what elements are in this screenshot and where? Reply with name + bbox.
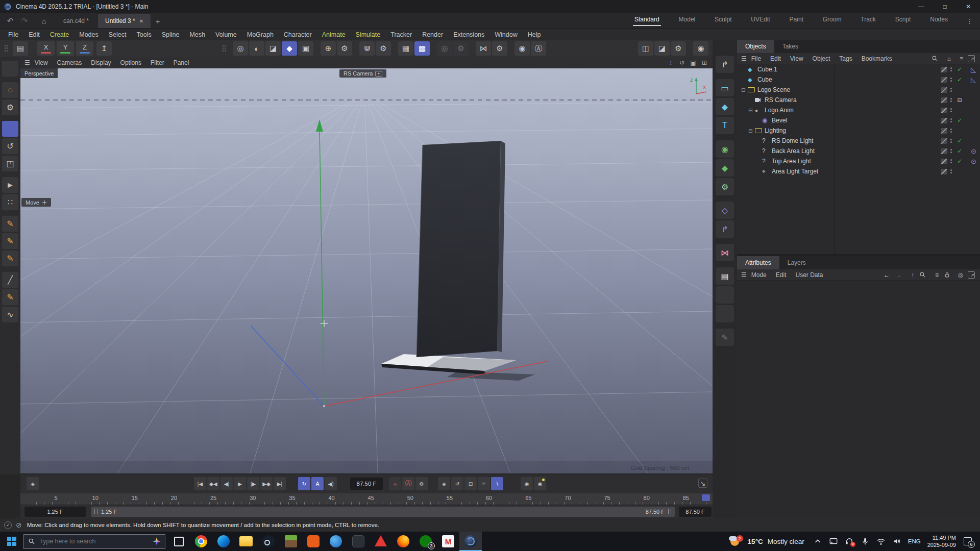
object-tree-row[interactable]: ? Top Area Light ✓ ⊙ — [737, 156, 980, 166]
microphone-icon[interactable] — [861, 537, 870, 546]
hamburger-icon[interactable]: ☰ — [741, 271, 747, 279]
object-tree-row[interactable]: ◆ Cube.1 ✓ ◺ — [737, 64, 980, 74]
menu-item[interactable]: Tracker — [385, 31, 417, 38]
objects-menu-item[interactable]: Bookmarks — [857, 55, 897, 62]
previous-frame-button[interactable]: ◀| — [220, 477, 233, 490]
tab-close-icon[interactable]: ✕ — [139, 18, 143, 24]
visibility-dots-icon[interactable] — [947, 78, 954, 82]
close-button[interactable]: ✕ — [957, 0, 980, 13]
object-name[interactable]: RS Camera — [765, 96, 797, 104]
visibility-dots-icon[interactable] — [947, 159, 954, 163]
modeling-settings-button[interactable]: ◎ — [437, 41, 452, 56]
stage-clapper-icon[interactable]: ▤ — [716, 267, 734, 285]
record-keyframe-button[interactable]: ◈ — [389, 477, 401, 490]
visibility-dots-icon[interactable] — [947, 67, 954, 71]
gmail-icon[interactable]: M — [437, 532, 459, 551]
commander-search-tool[interactable] — [2, 61, 18, 77]
key-pla-button[interactable]: ∖ — [491, 477, 503, 490]
tweak-tool[interactable]: ⚙ — [2, 99, 18, 115]
visibility-dots-icon[interactable] — [947, 129, 954, 133]
visibility-dots-icon[interactable] — [947, 88, 954, 92]
minecraft-icon[interactable] — [280, 532, 302, 551]
pan-view-icon[interactable] — [655, 59, 664, 67]
menu-item[interactable]: Edit — [23, 31, 45, 38]
edit-toggle-icon[interactable] — [941, 87, 947, 93]
hamburger-icon[interactable]: ☰ — [24, 59, 30, 66]
edit-toggle-icon[interactable] — [941, 97, 947, 103]
cube-primitive-icon[interactable]: ◆ — [716, 98, 734, 115]
magnet-snap-button[interactable]: ⋓ — [359, 41, 375, 56]
grid-button[interactable]: ▦ — [398, 41, 413, 56]
objects-menu-item[interactable]: Tags — [835, 55, 856, 62]
coordinate-system-button[interactable]: ↥ — [96, 41, 112, 56]
viewport-menu-item[interactable]: Options — [116, 59, 146, 66]
toggle-views-icon[interactable]: ⊞ — [700, 59, 708, 67]
object-name[interactable]: Cube.1 — [757, 66, 777, 73]
object-tag-icon[interactable]: ⊙ — [965, 158, 980, 165]
spline-arc-tool[interactable]: ✎ — [2, 289, 18, 305]
previous-key-button[interactable]: ◆◀ — [207, 477, 219, 490]
symmetry-button[interactable]: ⋈ — [476, 41, 491, 56]
polygon-pen-tool[interactable]: ✎ — [2, 251, 18, 266]
edge-mode-button[interactable]: ◐ — [249, 41, 264, 56]
render-view-button[interactable]: ◫ — [638, 41, 653, 56]
motion-camera-icon[interactable] — [716, 305, 734, 322]
enabled-check-icon[interactable]: ⊡ — [954, 97, 965, 104]
firefox-icon[interactable] — [392, 532, 414, 551]
document-tab[interactable]: can.c4d * — [56, 14, 96, 28]
search-icon[interactable] — [919, 271, 926, 279]
viewport-menu-item[interactable]: View — [30, 59, 53, 66]
home-icon[interactable]: ⌂ — [943, 55, 951, 62]
cinema4d-icon[interactable] — [459, 532, 482, 551]
objects-menu-item[interactable]: Edit — [766, 55, 786, 62]
key-position-button[interactable]: ◈ — [438, 477, 450, 490]
layout-tab[interactable]: Sculpt — [713, 15, 733, 26]
visibility-dots-icon[interactable] — [947, 149, 954, 153]
text-object-icon[interactable]: T — [716, 117, 734, 134]
range-grip[interactable] — [668, 509, 671, 514]
panel-tab[interactable]: Layers — [779, 256, 814, 269]
loop-playback-button[interactable]: ↻ — [298, 477, 310, 490]
edit-toggle-icon[interactable] — [941, 77, 947, 83]
object-tree-row[interactable]: ⊟ Lighting — [737, 126, 980, 136]
cloner-icon[interactable]: ◉ — [716, 140, 734, 158]
move-tool[interactable] — [2, 121, 18, 137]
layout-tab[interactable]: Track — [859, 15, 877, 26]
search-icon[interactable] — [931, 55, 939, 62]
filter-icon[interactable]: ≡ — [931, 271, 939, 279]
menu-item[interactable]: Simulate — [351, 31, 386, 38]
object-tree-row[interactable]: ◉ Bevel ✓ — [737, 115, 980, 126]
camera-toggle-icon[interactable]: ▸ — [375, 71, 382, 77]
camera-label[interactable]: RS Camera ▸ — [339, 69, 386, 78]
enabled-check-icon[interactable]: ✓ — [954, 147, 965, 155]
enabled-check-icon[interactable]: ✓ — [954, 76, 965, 83]
lock-icon[interactable] — [943, 271, 951, 279]
object-name[interactable]: Logo Scene — [757, 86, 790, 93]
object-tree-row[interactable]: ◆ Cube ✓ ◺ — [737, 74, 980, 85]
workplane-button[interactable]: ▤ — [13, 41, 28, 56]
edit-toggle-icon[interactable] — [941, 128, 947, 134]
object-name[interactable]: Top Area Light — [772, 158, 811, 165]
menu-item[interactable]: Tools — [132, 31, 157, 38]
object-tree-row[interactable]: ⊟ Logo Scene — [737, 85, 980, 95]
visibility-dots-icon[interactable] — [947, 118, 954, 122]
menu-item[interactable]: Mesh — [184, 31, 210, 38]
menu-item[interactable]: Character — [279, 31, 317, 38]
axis-lock-button[interactable]: Y — [57, 41, 74, 56]
edit-toggle-icon[interactable] — [941, 108, 947, 113]
next-key-button[interactable]: ▶◆ — [260, 477, 273, 490]
back-icon[interactable]: ← — [882, 271, 890, 279]
enabled-check-icon[interactable]: ✓ — [954, 117, 965, 124]
frame-ruler[interactable]: 510152025303540455055606570758085 — [20, 493, 713, 505]
viewport-menu-item[interactable]: Display — [86, 59, 115, 66]
wifi-icon[interactable] — [876, 537, 886, 546]
object-tag-icon[interactable]: ⊙ — [965, 147, 980, 155]
menu-item[interactable]: Create — [45, 31, 75, 38]
field-axis-icon[interactable]: ↱ — [716, 220, 734, 238]
visibility-dots-icon[interactable] — [947, 169, 954, 173]
object-name[interactable]: Cube — [757, 76, 772, 83]
task-view-button[interactable] — [167, 532, 190, 551]
camera-key-button[interactable]: ◉ — [534, 477, 546, 490]
attributes-menu-item[interactable]: Mode — [747, 271, 771, 279]
axis-lock-button[interactable]: X — [37, 41, 55, 56]
